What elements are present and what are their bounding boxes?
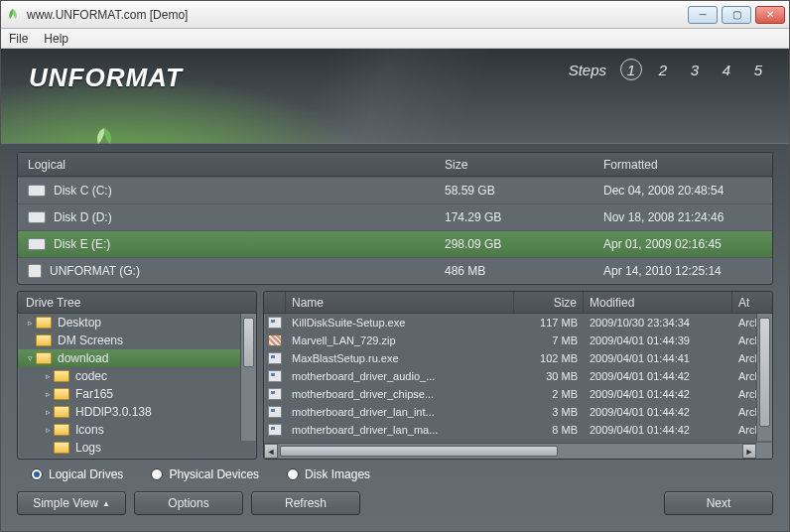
tree-scrollbar[interactable] [240, 314, 256, 441]
executable-icon [268, 406, 282, 418]
radio-icon [287, 468, 299, 480]
radio-physical-devices[interactable]: Physical Devices [151, 467, 259, 481]
expand-icon[interactable] [42, 443, 54, 453]
file-list-header: Name Size Modified At [264, 292, 772, 314]
executable-icon [268, 317, 282, 329]
col-name[interactable]: Name [286, 292, 514, 313]
disk-size: 58.59 GB [445, 184, 603, 198]
file-modified: 2009/04/01 01:44:41 [584, 352, 732, 364]
app-window: www.UNFORMAT.com [Demo] ─ ▢ ✕ File Help … [0, 0, 790, 532]
refresh-button[interactable]: Refresh [251, 491, 360, 515]
file-size: 3 MB [514, 406, 584, 418]
disk-row[interactable]: Disk C (C:)58.59 GBDec 04, 2008 20:48:54 [18, 177, 772, 203]
expand-icon[interactable] [24, 335, 36, 345]
expand-icon[interactable]: ▹ [42, 425, 54, 435]
folder-icon [36, 334, 52, 346]
tree-label: download [58, 351, 108, 365]
disk-grid-header: Logical Size Formatted [18, 153, 772, 177]
file-row[interactable]: motherboard_driver_lan_int...3 MB2009/04… [264, 403, 772, 421]
file-row[interactable]: MaxBlastSetup.ru.exe102 MB2009/04/01 01:… [264, 349, 772, 367]
col-logical[interactable]: Logical [28, 158, 445, 172]
step-4[interactable]: 4 [716, 59, 737, 80]
leaf-icon [90, 126, 118, 150]
hard-drive-icon [28, 185, 46, 197]
chevron-up-icon: ▲ [102, 499, 110, 508]
radio-logical-drives[interactable]: Logical Drives [31, 467, 123, 481]
col-formatted[interactable]: Formatted [603, 158, 762, 172]
executable-icon [268, 388, 282, 400]
tree-item[interactable]: DM Screens [18, 332, 256, 349]
minimize-button[interactable]: ─ [688, 6, 718, 24]
app-icon [5, 7, 21, 23]
disk-formatted: Dec 04, 2008 20:48:54 [603, 184, 762, 198]
expand-icon[interactable]: ▿ [24, 353, 36, 363]
step-3[interactable]: 3 [684, 59, 706, 80]
menu-file[interactable]: File [9, 32, 28, 46]
step-1[interactable]: 1 [620, 59, 642, 80]
executable-icon [268, 370, 282, 382]
scroll-right-icon[interactable]: ► [742, 444, 756, 459]
maximize-button[interactable]: ▢ [722, 6, 751, 24]
col-icon[interactable] [264, 292, 286, 313]
file-scrollbar-vertical[interactable] [756, 314, 772, 441]
file-modified: 2009/04/01 01:44:42 [584, 424, 732, 436]
expand-icon[interactable]: ▹ [42, 371, 54, 381]
step-5[interactable]: 5 [747, 59, 769, 80]
drive-tree-body: ▹Desktop DM Screens▿download▹codec▹Far16… [18, 314, 256, 459]
window-controls: ─ ▢ ✕ [688, 6, 785, 24]
file-name: motherboard_driver_lan_int... [286, 406, 514, 418]
disk-name: Disk D (D:) [54, 210, 112, 224]
next-button[interactable]: Next [664, 491, 773, 515]
file-list-panel: Name Size Modified At KillDiskSuite-Setu… [263, 291, 773, 460]
file-row[interactable]: motherboard_driver_audio_...30 MB2009/04… [264, 367, 772, 385]
col-filesize[interactable]: Size [514, 292, 584, 313]
col-modified[interactable]: Modified [584, 292, 732, 313]
col-size[interactable]: Size [445, 158, 603, 172]
source-radio-group: Logical Drives Physical Devices Disk Ima… [31, 467, 769, 481]
file-row[interactable]: Marvell_LAN_729.zip7 MB2009/04/01 01:44:… [264, 332, 772, 349]
file-size: 8 MB [514, 424, 584, 436]
disk-row[interactable]: Disk E (E:)298.09 GBApr 01, 2009 02:16:4… [18, 230, 772, 257]
radio-icon [151, 468, 163, 480]
file-row[interactable]: motherboard_driver_lan_ma...8 MB2009/04/… [264, 421, 772, 439]
tree-item[interactable]: Logs [18, 439, 256, 457]
tree-item[interactable]: ▹Far165 [18, 385, 256, 403]
file-name: KillDiskSuite-Setup.exe [286, 317, 514, 329]
disk-row[interactable]: UNFORMAT (G:)486 MBApr 14, 2010 12:25:14 [18, 257, 772, 284]
tree-item[interactable]: ▹HDDlP3.0.138 [18, 403, 256, 421]
tree-label: HDDlP3.0.138 [75, 405, 152, 419]
simple-view-button[interactable]: Simple View▲ [17, 491, 126, 515]
brand-logo-text: UNFORMAT [29, 63, 183, 93]
tree-item[interactable]: ▿download [18, 349, 256, 367]
drive-tree-header: Drive Tree [18, 292, 256, 314]
file-row[interactable]: KillDiskSuite-Setup.exe117 MB2009/10/30 … [264, 314, 772, 332]
options-button[interactable]: Options [134, 491, 243, 515]
folder-icon [36, 317, 52, 329]
disk-size: 174.29 GB [445, 210, 603, 224]
tree-item[interactable]: ▹Icons [18, 421, 256, 439]
tree-label: Desktop [58, 316, 101, 330]
tree-label: Icons [75, 423, 104, 437]
steps-label: Steps [569, 62, 606, 78]
file-size: 2 MB [514, 388, 584, 400]
expand-icon[interactable]: ▹ [24, 318, 36, 328]
file-row[interactable]: motherboard_driver_chipse...2 MB2009/04/… [264, 385, 772, 403]
close-button[interactable]: ✕ [755, 6, 785, 24]
folder-icon [54, 388, 69, 400]
file-modified: 2009/10/30 23:34:34 [584, 317, 732, 329]
menu-help[interactable]: Help [44, 32, 68, 46]
disk-row[interactable]: Disk D (D:)174.29 GBNov 18, 2008 21:24:4… [18, 203, 772, 230]
col-attr[interactable]: At [732, 292, 772, 313]
folder-icon [54, 370, 69, 382]
archive-icon [268, 334, 282, 346]
file-scrollbar-horizontal[interactable]: ◄ ► [264, 443, 756, 459]
expand-icon[interactable]: ▹ [42, 407, 54, 417]
expand-icon[interactable]: ▹ [42, 389, 54, 399]
tree-item[interactable]: ▹Desktop [18, 314, 256, 332]
file-modified: 2009/04/01 01:44:42 [584, 406, 732, 418]
radio-disk-images[interactable]: Disk Images [287, 467, 370, 481]
titlebar: www.UNFORMAT.com [Demo] ─ ▢ ✕ [1, 1, 789, 29]
step-2[interactable]: 2 [652, 59, 674, 80]
scroll-left-icon[interactable]: ◄ [264, 444, 278, 459]
tree-item[interactable]: ▹codec [18, 367, 256, 385]
